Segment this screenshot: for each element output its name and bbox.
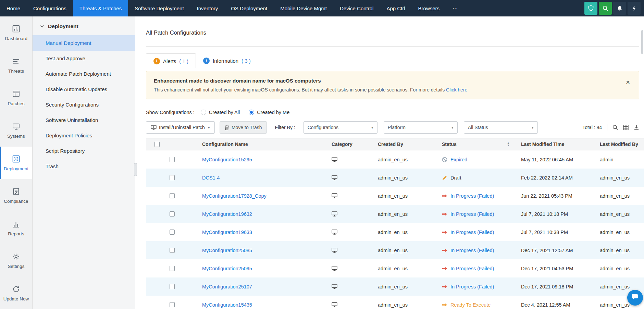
banner-close-icon[interactable]: × [626, 79, 630, 86]
sidebar-item-deployment-policies[interactable]: Deployment Policies [33, 128, 135, 143]
topnav-item-browsers[interactable]: Browsers [412, 0, 446, 16]
row-checkbox[interactable] [170, 302, 175, 307]
tab-alerts[interactable]: i Alerts ( 1 ) [146, 53, 196, 68]
sidebar-item-automate-patch-deployment[interactable]: Automate Patch Deployment [33, 66, 135, 82]
topnav-item-device-control[interactable]: Device Control [333, 0, 380, 16]
row-checkbox[interactable] [170, 211, 175, 217]
row-checkbox[interactable] [170, 230, 175, 235]
sidebar-item-software-uninstallation[interactable]: Software Uninstallation [33, 112, 135, 128]
rail-item-dashboard[interactable]: Dashboard [0, 16, 32, 49]
sidebar-item-disable-automatic-updates[interactable]: Disable Automatic Updates [33, 82, 135, 97]
chevron-down-icon: ▾ [208, 125, 210, 130]
topnav-item-inventory[interactable]: Inventory [190, 0, 225, 16]
row-checkbox[interactable] [170, 157, 175, 162]
click-here-link[interactable]: Click here [446, 87, 467, 92]
notifications-button[interactable] [613, 2, 626, 15]
sidebar-item-script-repository[interactable]: Script Repository [33, 143, 135, 159]
rail-item-deployment[interactable]: Deployment [0, 147, 32, 179]
filter-dropdown-platform[interactable]: Platform▾ [384, 121, 458, 134]
topnav-item-configurations[interactable]: Configurations [27, 0, 73, 16]
rail-item-update-now[interactable]: Update Now [0, 277, 32, 309]
column-last-modified-time[interactable]: Last Modified Time [516, 141, 596, 147]
rail-item-threats[interactable]: Threats [0, 49, 32, 82]
rail-item-reports[interactable]: Reports [0, 212, 32, 244]
table-search-icon[interactable] [612, 125, 618, 130]
sidebar-item-manual-deployment[interactable]: Manual Deployment [33, 35, 135, 51]
rail-item-compliance[interactable]: Compliance [0, 179, 32, 212]
radio-created-by-me[interactable]: Created by Me [249, 110, 289, 115]
sidebar-item-test-and-approve[interactable]: Test and Approve [33, 51, 135, 66]
status-text[interactable]: In Progress (Failed) [450, 230, 494, 235]
row-checkbox[interactable] [170, 266, 175, 271]
table-body: MyConfiguration15295admin_en_usExpiredMa… [146, 150, 644, 309]
status-text[interactable]: Ready To Execute [450, 302, 491, 308]
global-search-button[interactable] [599, 2, 612, 15]
panel-resize-handle[interactable] [134, 163, 137, 176]
topnav-item-home[interactable]: Home [0, 0, 27, 16]
column-created-by[interactable]: Created By [372, 141, 435, 147]
select-all-checkbox[interactable] [154, 142, 160, 147]
configuration-name-link[interactable]: MyConfiguration25085 [202, 248, 252, 253]
filter-dropdowns: Configurations▾Platform▾All Status▾ [304, 121, 538, 134]
rail-item-systems[interactable]: Systems [0, 114, 32, 147]
topnav-item-mobile-device-mgmt[interactable]: Mobile Device Mgmt [274, 0, 333, 16]
status-text[interactable]: Expired [450, 157, 467, 162]
status-text[interactable]: In Progress (Failed) [450, 248, 494, 253]
configuration-name-link[interactable]: MyConfiguration15295 [202, 157, 252, 162]
last-modified-by: admin_en_us [596, 193, 644, 199]
column-configuration-name[interactable]: Configuration Name [194, 141, 324, 147]
export-icon[interactable] [634, 125, 639, 130]
radio-created-by-all[interactable]: Created by All [201, 110, 240, 115]
configuration-name-link[interactable]: MyConfiguration25107 [202, 284, 252, 289]
computer-icon [332, 230, 337, 235]
status-text[interactable]: In Progress (Failed) [450, 266, 494, 271]
column-category[interactable]: Category [324, 141, 372, 147]
show-configurations-label: Show Configurations : [146, 110, 195, 115]
configuration-name-link[interactable]: DCS1-4 [202, 175, 220, 181]
last-modified-time: Dec 17, 2021 12:57 AM [516, 248, 596, 253]
filter-dropdown-configurations[interactable]: Configurations▾ [304, 121, 377, 134]
rail-item-settings[interactable]: Settings [0, 244, 32, 277]
tab-information[interactable]: i Information ( 3 ) [196, 53, 258, 68]
configuration-name-link[interactable]: MyConfiguration19633 [202, 230, 252, 235]
rail-item-patches[interactable]: Patches [0, 82, 32, 114]
status-text[interactable]: In Progress (Failed) [450, 284, 494, 289]
install-patch-icon [151, 125, 157, 130]
row-checkbox[interactable] [170, 193, 175, 198]
topnav-item-os-deployment[interactable]: OS Deployment [224, 0, 274, 16]
configuration-name-link[interactable]: MyConfiguration19632 [202, 211, 252, 217]
status-text[interactable]: In Progress (Failed) [450, 211, 494, 217]
column-chooser-icon[interactable] [623, 125, 629, 130]
row-checkbox[interactable] [170, 248, 175, 253]
configuration-name-link[interactable]: MyConfiguration17928_Copy [202, 193, 267, 199]
column-status[interactable]: Status ▲▼ [435, 141, 516, 147]
move-to-trash-button[interactable]: Move to Trash [220, 121, 267, 134]
support-chat-button[interactable] [627, 290, 643, 306]
topnav-item-threats-patches[interactable]: Threats & Patches [73, 0, 128, 16]
topnav-item-more[interactable]: ⋯ [446, 0, 464, 16]
quick-actions-button[interactable] [628, 2, 641, 15]
show-configurations-row: Show Configurations : Created by All Cre… [146, 110, 644, 115]
topnav-item-app-ctrl[interactable]: App Ctrl [380, 0, 411, 16]
rail-item-label: Update Now [3, 296, 29, 301]
filter-dropdown-all-status[interactable]: All Status▾ [464, 121, 538, 134]
topnav-item-software-deployment[interactable]: Software Deployment [128, 0, 190, 16]
sidebar-item-security-configurations[interactable]: Security Configurations [33, 97, 135, 112]
configuration-name-link[interactable]: MyConfiguration15435 [202, 302, 252, 308]
row-checkbox[interactable] [170, 284, 175, 289]
sidebar-item-trash[interactable]: Trash [33, 159, 135, 174]
lightning-icon [632, 5, 636, 11]
sort-icon[interactable]: ▲▼ [507, 142, 510, 147]
page-scrollbar-thumb[interactable] [641, 30, 643, 54]
install-uninstall-patch-button[interactable]: Install/Uninstall Patch ▾ [146, 121, 215, 134]
row-checkbox[interactable] [170, 175, 175, 180]
column-last-modified-by[interactable]: Last Modified By [596, 141, 644, 147]
table-toolbar: Install/Uninstall Patch ▾ Move to Trash … [146, 121, 639, 134]
security-shield-button[interactable] [584, 2, 597, 15]
created-by: admin_en_us [372, 175, 435, 181]
sidebar-section-deployment[interactable]: Deployment [33, 23, 135, 29]
status-text[interactable]: In Progress (Failed) [450, 193, 494, 199]
search-icon [603, 5, 608, 11]
status-failed-icon [442, 193, 447, 199]
configuration-name-link[interactable]: MyConfiguration25095 [202, 266, 252, 271]
